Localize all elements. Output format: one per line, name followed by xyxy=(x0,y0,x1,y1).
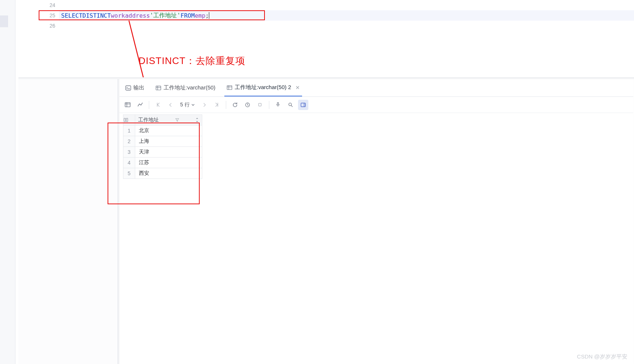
row-number: 2 xyxy=(123,136,135,147)
svg-rect-12 xyxy=(259,103,262,106)
line-number: 26 xyxy=(49,23,55,29)
view-chart-icon[interactable] xyxy=(135,100,145,110)
kw-distinct: DISTINCT xyxy=(83,12,111,19)
table-icon xyxy=(227,85,232,91)
editor-area: 24 25 ✔ 26 SELECT DISTINCT workaddress '… xyxy=(18,0,634,77)
table-row[interactable]: 4江苏 xyxy=(123,158,202,168)
gutter-line-24[interactable]: 24 xyxy=(18,0,59,10)
svg-rect-1 xyxy=(126,86,131,90)
result-tabs: 输出 工作地址:varchar(50) 工作地址:varchar(50) 2 ✕ xyxy=(119,79,633,97)
code-line-26[interactable] xyxy=(59,21,634,31)
tab-result-2[interactable]: 工作地址:varchar(50) 2 ✕ xyxy=(224,79,302,96)
svg-rect-5 xyxy=(227,85,232,89)
tab-output[interactable]: 输出 xyxy=(123,79,147,96)
left-sidebar xyxy=(0,0,15,364)
column-header-workaddress[interactable]: 工作地址 xyxy=(135,115,202,126)
console-icon xyxy=(125,85,131,91)
results-main: 输出 工作地址:varchar(50) 工作地址:varchar(50) 2 ✕ xyxy=(119,79,633,364)
toolbar-separator xyxy=(269,101,269,109)
text-cursor xyxy=(209,12,209,19)
sort-icon[interactable] xyxy=(195,117,199,123)
close-icon[interactable]: ✕ xyxy=(295,85,300,91)
result-grid-wrap: 工作地址 1北京 2上海 xyxy=(119,113,633,179)
row-select-header[interactable] xyxy=(123,115,135,126)
table-row[interactable]: 2上海 xyxy=(123,136,202,147)
cell-value[interactable]: 江苏 xyxy=(135,158,202,168)
code-line-24[interactable] xyxy=(59,0,634,10)
first-page-icon[interactable] xyxy=(153,100,163,110)
rows-dropdown[interactable]: 5 行 xyxy=(178,102,197,108)
cell-value[interactable]: 天津 xyxy=(135,147,202,158)
next-page-icon[interactable] xyxy=(199,100,210,110)
tab-result-1[interactable]: 工作地址:varchar(50) xyxy=(153,79,218,96)
watermark: CSDN @岁岁岁平安 xyxy=(577,353,627,360)
column-name: 工作地址 xyxy=(138,117,159,123)
result-grid[interactable]: 工作地址 1北京 2上海 xyxy=(123,114,202,179)
results-panel: 输出 工作地址:varchar(50) 工作地址:varchar(50) 2 ✕ xyxy=(18,77,634,364)
gutter-line-26[interactable]: 26 xyxy=(18,21,59,31)
history-icon[interactable] xyxy=(242,100,253,110)
table-row[interactable]: 5西安 xyxy=(123,168,202,179)
code-line-25[interactable]: SELECT DISTINCT workaddress '工作地址' FROM … xyxy=(59,10,634,21)
annotation-text: DISTINCT：去除重复项 xyxy=(139,54,245,67)
svg-rect-17 xyxy=(124,118,126,122)
rows-label: 5 行 xyxy=(180,102,190,108)
col-workaddress: workaddress xyxy=(111,12,150,19)
cell-value[interactable]: 西安 xyxy=(135,168,202,179)
results-toolbar: 5 行 xyxy=(119,97,633,113)
semicolon: ; xyxy=(206,12,209,19)
tab-label: 工作地址:varchar(50) 2 xyxy=(235,84,291,91)
alias-str: '工作地址' xyxy=(150,12,181,20)
line-number: 25 xyxy=(49,13,55,18)
stop-icon[interactable] xyxy=(255,100,265,110)
svg-rect-2 xyxy=(156,86,161,90)
pin-icon[interactable] xyxy=(273,100,283,110)
table-row[interactable]: 3天津 xyxy=(123,147,202,158)
row-number: 4 xyxy=(123,158,135,168)
table-icon xyxy=(155,85,161,91)
tab-label: 输出 xyxy=(133,84,144,91)
results-left-gutter xyxy=(18,79,118,364)
svg-rect-16 xyxy=(303,103,305,107)
layout-icon[interactable] xyxy=(298,100,308,110)
row-number: 3 xyxy=(123,147,135,158)
toolbar-separator xyxy=(149,101,149,109)
chevron-down-icon xyxy=(191,103,195,107)
cell-value[interactable]: 上海 xyxy=(135,136,202,147)
svg-rect-8 xyxy=(125,103,130,107)
table-row[interactable]: 1北京 xyxy=(123,126,202,136)
svg-line-14 xyxy=(291,105,293,106)
kw-select: SELECT xyxy=(61,12,83,19)
cell-value[interactable]: 北京 xyxy=(135,126,202,136)
columns-icon xyxy=(123,117,129,123)
last-page-icon[interactable] xyxy=(212,100,222,110)
prev-page-icon[interactable] xyxy=(165,100,176,110)
kw-from: FROM xyxy=(181,12,195,19)
reload-icon[interactable] xyxy=(230,100,240,110)
svg-rect-18 xyxy=(126,118,128,122)
filter-icon[interactable] xyxy=(175,118,179,122)
search-icon[interactable] xyxy=(286,100,296,110)
tab-label: 工作地址:varchar(50) xyxy=(164,84,216,91)
line-number: 24 xyxy=(49,2,55,8)
editor-gutter: 24 25 ✔ 26 xyxy=(18,0,59,77)
sidebar-selection-marker xyxy=(0,15,8,27)
toolbar-separator xyxy=(226,101,226,109)
row-number: 5 xyxy=(123,168,135,179)
view-table-icon[interactable] xyxy=(122,100,133,110)
row-number: 1 xyxy=(123,126,135,136)
table-emp: emp xyxy=(195,12,206,19)
gutter-line-25[interactable]: 25 ✔ xyxy=(18,10,59,21)
